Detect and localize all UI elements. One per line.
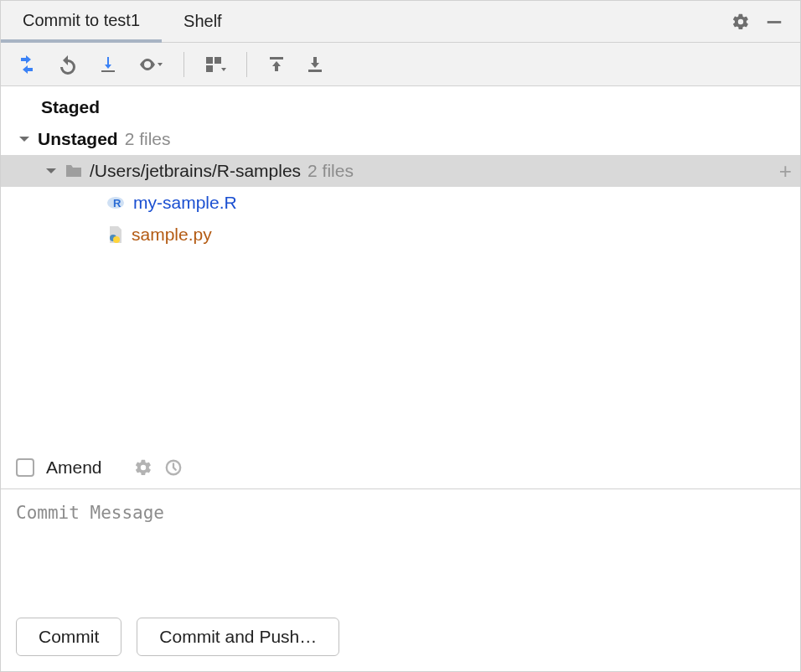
commit-toolbar <box>1 43 800 86</box>
svg-text:R: R <box>113 197 121 209</box>
svg-rect-4 <box>270 57 283 59</box>
file-name: sample.py <box>132 225 212 245</box>
svg-rect-3 <box>206 65 213 72</box>
download-icon[interactable] <box>98 54 118 75</box>
svg-rect-0 <box>767 21 782 23</box>
unstaged-section[interactable]: Unstaged 2 files <box>1 123 800 155</box>
expand-all-icon[interactable] <box>267 55 286 74</box>
folder-path: /Users/jetbrains/R-samples <box>90 161 301 181</box>
eye-dropdown-icon[interactable] <box>138 55 163 74</box>
refresh-arrows-icon[interactable] <box>16 55 38 74</box>
file-row-r[interactable]: R my-sample.R <box>1 187 800 219</box>
unstaged-label: Unstaged <box>38 129 118 149</box>
group-by-icon[interactable] <box>204 55 226 74</box>
amend-label: Amend <box>46 457 102 478</box>
folder-row[interactable]: /Users/jetbrains/R-samples 2 files + <box>1 155 800 187</box>
unstaged-count: 2 files <box>125 129 171 149</box>
add-icon[interactable]: + <box>779 158 792 184</box>
collapse-all-icon[interactable] <box>306 55 324 74</box>
folder-icon <box>65 163 83 178</box>
svg-point-11 <box>113 236 120 243</box>
toolbar-separator <box>246 52 247 77</box>
toolbar-separator <box>183 52 184 77</box>
commit-message-area <box>1 488 800 606</box>
file-row-py[interactable]: sample.py <box>1 219 800 251</box>
minimize-icon[interactable] <box>765 13 783 31</box>
staged-label: Staged <box>41 97 100 117</box>
commit-button-bar: Commit Commit and Push… <box>1 606 800 671</box>
svg-rect-1 <box>206 57 213 64</box>
gear-icon[interactable] <box>731 13 750 31</box>
commit-and-push-button[interactable]: Commit and Push… <box>137 618 339 656</box>
commit-message-input[interactable] <box>16 503 785 592</box>
tab-shelf-label: Shelf <box>183 12 222 31</box>
python-file-icon <box>106 225 125 244</box>
changes-tree: Staged Unstaged 2 files /Users/jetbrains… <box>1 86 800 447</box>
file-name: my-sample.R <box>133 193 237 213</box>
amend-checkbox[interactable] <box>16 458 34 477</box>
tabs-bar: Commit to test1 Shelf <box>1 1 800 43</box>
commit-button[interactable]: Commit <box>16 618 121 656</box>
r-file-icon: R <box>106 194 127 211</box>
gear-icon[interactable] <box>134 458 152 477</box>
svg-rect-6 <box>308 70 322 72</box>
tab-commit[interactable]: Commit to test1 <box>1 2 162 43</box>
rollback-icon[interactable] <box>58 54 78 75</box>
chevron-down-icon[interactable] <box>44 164 58 178</box>
svg-rect-7 <box>313 57 317 63</box>
tab-shelf[interactable]: Shelf <box>162 1 244 42</box>
chevron-down-icon[interactable] <box>18 132 31 146</box>
amend-bar: Amend <box>1 447 800 488</box>
folder-count: 2 files <box>307 161 354 181</box>
tab-commit-label: Commit to test1 <box>23 11 140 30</box>
svg-rect-5 <box>275 65 278 71</box>
svg-rect-2 <box>214 57 221 64</box>
history-icon[interactable] <box>164 458 183 477</box>
staged-section[interactable]: Staged <box>1 91 800 123</box>
